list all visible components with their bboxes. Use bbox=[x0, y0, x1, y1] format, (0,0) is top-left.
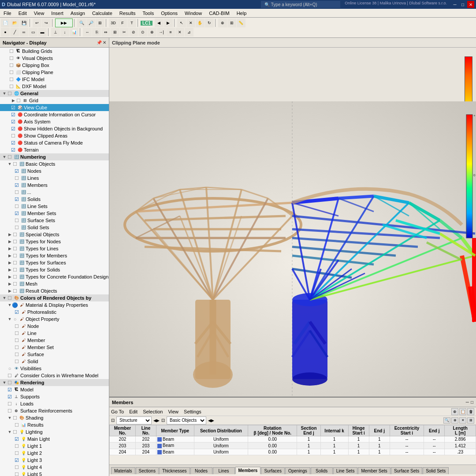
members-panel-maximize[interactable]: □ bbox=[471, 400, 473, 405]
surface-tool[interactable]: ▭ bbox=[29, 28, 37, 37]
checkbox-camera-fly[interactable]: ☑ bbox=[11, 140, 16, 145]
tree-item-supports[interactable]: ☑ ⊥ Supports bbox=[0, 393, 109, 400]
tree-item-mesh[interactable]: ▶ ☐ 🔢 Mesh bbox=[0, 280, 109, 287]
nav-pin-button[interactable]: 📌 bbox=[97, 40, 102, 45]
filter-btn-1[interactable]: 🔍 bbox=[443, 417, 450, 424]
tree-item-coord-info[interactable]: ☑ 🔴 Coordinate Information on Cursor bbox=[0, 111, 109, 118]
zoom-out-button[interactable]: 🔎 bbox=[86, 19, 95, 27]
filter-right-icons[interactable]: 🔍 ⊕ ✕ ⊞ bbox=[443, 417, 474, 424]
search-bar[interactable]: 🔍 Type a keyword (Alt+Q) bbox=[261, 1, 340, 8]
table-row[interactable]: 203 203 Beam Uniform 0.00 1 1 1 1 -- -- bbox=[110, 443, 476, 449]
checkbox-clipping-box[interactable]: ☐ bbox=[9, 63, 14, 68]
checkbox-types-nodes[interactable]: ☐ bbox=[12, 239, 18, 244]
checkbox-building-grids[interactable]: ☐ bbox=[9, 48, 14, 54]
zoom-in-button[interactable]: 🔍 bbox=[77, 19, 86, 27]
new-button[interactable]: 📄 bbox=[1, 19, 10, 27]
tree-item-object-property[interactable]: ▼ ○ 🖌 Object Property bbox=[0, 316, 109, 323]
filter-btn-2[interactable]: ⊕ bbox=[451, 417, 458, 424]
mirror-tool[interactable]: ⇔ bbox=[101, 28, 110, 37]
lc-badge[interactable]: LC1 bbox=[141, 21, 152, 26]
checkbox-basic-objects[interactable]: ☐ bbox=[12, 161, 18, 167]
checkbox-rendering[interactable]: ☐ bbox=[7, 380, 12, 385]
checkbox-mesh[interactable]: ☐ bbox=[12, 281, 18, 286]
checkbox-axis-system[interactable]: ☑ bbox=[11, 119, 16, 124]
members-icon-3[interactable]: 🗑 bbox=[467, 408, 474, 415]
checkbox-ifc-model[interactable]: ☐ bbox=[9, 77, 14, 82]
tree-item-types-members[interactable]: ▶ ☐ 🔢 Types for Members bbox=[0, 252, 109, 259]
window-controls[interactable]: 🔍 Type a keyword (Alt+Q) Online License … bbox=[261, 1, 474, 8]
tree-item-clipping-box[interactable]: ☐ 📦 Clipping Box bbox=[0, 62, 109, 69]
checkbox-colors[interactable]: ☐ bbox=[7, 295, 12, 301]
selection-btn[interactable]: ↖ bbox=[177, 19, 186, 27]
checkbox-loads[interactable]: ☐ bbox=[7, 401, 12, 406]
col-line-no[interactable]: LineNo. bbox=[135, 425, 156, 436]
tree-item-ifc-model[interactable]: ☐ 🔷 IFC Model bbox=[0, 76, 109, 83]
tab-member-sets[interactable]: Member Sets bbox=[358, 467, 390, 474]
tree-item-line-sets[interactable]: ☐ 🔢 Line Sets bbox=[0, 203, 109, 210]
checkbox-coord-info[interactable]: ☑ bbox=[11, 112, 16, 117]
members-icon-2[interactable]: 📋 bbox=[459, 408, 466, 415]
table-row[interactable]: 202 202 Beam Uniform 0.00 1 1 1 1 -- -- bbox=[110, 436, 476, 443]
checkbox-clipping-plane[interactable]: ☐ bbox=[9, 70, 14, 75]
tree-item-nodes[interactable]: ☑ 🔢 Nodes bbox=[0, 167, 109, 175]
undo-button[interactable]: ↩ bbox=[33, 19, 41, 27]
col-hinge-end[interactable]: End j bbox=[369, 425, 390, 436]
members-icon-1[interactable]: ⊕ bbox=[451, 408, 458, 415]
col-section-dist[interactable]: Section Distribution bbox=[194, 425, 248, 436]
move-tool[interactable]: ↔ bbox=[83, 28, 92, 37]
tree-item-building-grids[interactable]: ☐ 🏗 Building Grids bbox=[0, 48, 109, 55]
maximize-button[interactable]: □ bbox=[459, 1, 466, 8]
checkbox-visual-objects[interactable]: ☐ bbox=[9, 56, 14, 61]
checkbox-line[interactable]: ☐ bbox=[14, 331, 19, 336]
menu-help[interactable]: Help bbox=[233, 9, 250, 17]
checkbox-member-set-color[interactable]: ☐ bbox=[14, 345, 19, 350]
tab-nodes[interactable]: Nodes bbox=[190, 467, 212, 474]
tree-item-lighting[interactable]: ▼ ☐ 💡 Lighting bbox=[0, 428, 109, 435]
tree-item-types-nodes[interactable]: ▶ ☐ 🔢 Types for Nodes bbox=[0, 238, 109, 245]
minimize-button[interactable]: ─ bbox=[451, 1, 458, 8]
checkbox-surface-reinforcements[interactable]: ☐ bbox=[7, 408, 12, 413]
col-internal-k[interactable]: Internal k bbox=[320, 425, 348, 436]
checkbox-member-color[interactable]: ☐ bbox=[14, 338, 19, 343]
checkbox-show-clipped[interactable]: ☐ bbox=[11, 133, 16, 138]
tree-item-surface-sets[interactable]: ☐ 🔢 Surface Sets bbox=[0, 217, 109, 224]
checkbox-dxf-model[interactable]: ☐ bbox=[9, 84, 14, 89]
menu-insert[interactable]: Insert bbox=[48, 9, 67, 17]
checkbox-nodes[interactable]: ☑ bbox=[14, 168, 19, 174]
menu-edit[interactable]: Edit bbox=[15, 9, 30, 17]
menu-window[interactable]: Window bbox=[181, 9, 205, 17]
members-panel-minimize[interactable]: ─ bbox=[466, 400, 469, 405]
checkbox-member-sets[interactable]: ☑ bbox=[14, 211, 19, 216]
members-edit[interactable]: Edit bbox=[129, 409, 138, 414]
members-goto[interactable]: Go To bbox=[111, 409, 124, 414]
checkbox-solids[interactable]: ☑ bbox=[14, 197, 19, 202]
col-member-no[interactable]: MemberNo. bbox=[110, 425, 136, 436]
redo-button[interactable]: ↪ bbox=[42, 19, 51, 27]
checkbox-surface-sets[interactable]: ☐ bbox=[14, 218, 19, 223]
checkbox-light2[interactable]: ☐ bbox=[14, 450, 19, 456]
cross-btn[interactable]: ✕ bbox=[186, 19, 195, 27]
tab-openings[interactable]: Openings bbox=[285, 467, 310, 474]
tree-item-light2[interactable]: ☐ 💡 Light 2 bbox=[0, 450, 109, 457]
support-tool[interactable]: ⊥ bbox=[51, 28, 60, 37]
tree-item-line[interactable]: ☐ 🖌 Line bbox=[0, 330, 109, 337]
menu-options[interactable]: Options bbox=[157, 9, 181, 17]
checkbox-wireframe-colors[interactable]: ☐ bbox=[7, 373, 12, 378]
tab-solid-sets[interactable]: Solid Sets bbox=[423, 467, 449, 474]
tree-section-general[interactable]: ▼ ☐ 🌐 General bbox=[0, 90, 109, 97]
checkbox-types-lines[interactable]: ☐ bbox=[12, 246, 18, 251]
tree-item-light3[interactable]: ☑ 💡 Light 3 bbox=[0, 457, 109, 464]
navigator-header-btns[interactable]: 📌 ✕ bbox=[97, 40, 106, 45]
checkbox-general[interactable]: ☐ bbox=[7, 91, 12, 96]
trim-tool[interactable]: ✂ bbox=[120, 28, 129, 37]
checkbox-light4[interactable]: ☐ bbox=[14, 465, 19, 470]
tree-item-view-cube[interactable]: ☑ 🎲 View Cube bbox=[0, 104, 109, 111]
tree-item-terrain[interactable]: ☑ 🔴 Terrain bbox=[0, 146, 109, 153]
tree-item-camera-fly[interactable]: ☑ 🔴 Status of Camera Fly Mode bbox=[0, 139, 109, 146]
load-tool[interactable]: ↓ bbox=[60, 28, 69, 37]
checkbox-model[interactable]: ☑ bbox=[7, 387, 12, 392]
menu-assign[interactable]: Assign bbox=[67, 9, 89, 17]
tree-item-results-shading[interactable]: ☐ 📊 Results bbox=[0, 421, 109, 428]
checkbox-light5[interactable]: ☐ bbox=[14, 472, 19, 476]
col-hinge-start[interactable]: HingeStart i bbox=[348, 425, 369, 436]
